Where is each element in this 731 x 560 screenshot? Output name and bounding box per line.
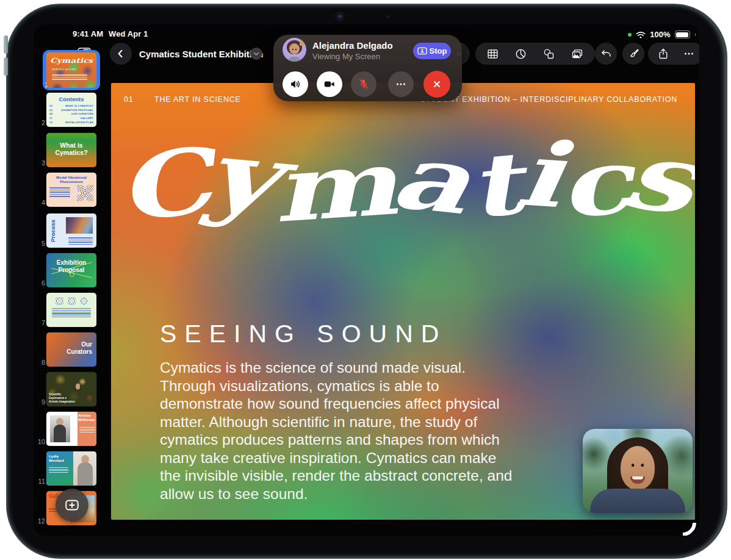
slide-thumbnail[interactable]: [46, 293, 96, 327]
slide-thumbnail-7[interactable]: 7: [43, 293, 100, 327]
insert-chart-button[interactable]: [514, 48, 527, 60]
stop-sharing-button[interactable]: Stop: [413, 43, 451, 59]
slide-number: 4: [36, 199, 45, 206]
cymatic-pattern: [77, 185, 93, 201]
battery-icon: [675, 31, 690, 38]
wifi-icon: [636, 31, 646, 38]
mic-muted-icon: [357, 77, 370, 91]
camera-active-indicator: [628, 33, 632, 37]
slide-number: 8: [36, 359, 45, 366]
slide-number: 11: [36, 478, 45, 485]
chevron-down-icon: [253, 50, 260, 57]
speaker-button[interactable]: [283, 71, 308, 97]
thumbnail-photo: [66, 217, 93, 234]
slide-number: 2: [36, 119, 45, 126]
participant-name: Alejandra Delgado: [312, 40, 393, 51]
more-button[interactable]: [683, 48, 695, 60]
camera-sensor-dot: [387, 15, 390, 18]
slide-thumbnail[interactable]: Contents 03WHAT IS CYMATICS? 06EXHIBITIO…: [46, 93, 96, 127]
slide-number: 7: [36, 319, 45, 326]
add-slide-button[interactable]: [56, 489, 88, 522]
slide-number: 6: [36, 279, 45, 287]
facetime-overlay[interactable]: Alejandra Delgado Viewing My Screen Stop: [273, 35, 462, 101]
slide-heading: SEEING SOUND: [160, 320, 447, 348]
slide-thumbnail-10[interactable]: 10 Ainsley McKinney: [43, 412, 100, 446]
slide-thumbnail-2[interactable]: 2 Contents 03WHAT IS CYMATICS? 06EXHIBIT…: [43, 93, 100, 127]
screen-share-icon: [417, 47, 427, 55]
insert-media-button[interactable]: [571, 48, 584, 60]
facetime-pip-video[interactable]: [583, 429, 693, 513]
slide-number: 12: [36, 517, 45, 525]
cymatic-pattern: [56, 297, 63, 305]
ipad-screen: 9:41 AMWed Apr 1 100% Cymatics Student E…: [34, 24, 699, 536]
table-icon: [486, 48, 499, 60]
slide-thumbnail[interactable]: Process: [46, 214, 96, 248]
chevron-left-icon: [115, 48, 126, 60]
share-icon: [657, 47, 669, 60]
share-toolbar: [648, 43, 699, 65]
slide-number: 9: [36, 398, 45, 406]
end-call-button[interactable]: [423, 71, 450, 98]
volume-down-button[interactable]: [4, 57, 8, 76]
slide-thumbnail-5[interactable]: 5 Process: [43, 214, 100, 248]
ellipsis-icon: [394, 77, 408, 91]
slide-title-cymatics: Cymatics: [111, 110, 695, 251]
battery-percent: 100%: [650, 30, 670, 39]
speaker-icon: [289, 77, 302, 91]
media-photos-icon: [571, 48, 584, 60]
slide-thumbnail[interactable]: Ainsley McKinney: [46, 412, 96, 446]
slide-thumbnail[interactable]: Lydia Woolard: [46, 451, 96, 486]
undo-button[interactable]: [595, 43, 617, 65]
format-button[interactable]: [622, 43, 644, 65]
slide-header-left: THE ART IN SCIENCE: [154, 95, 241, 104]
curator-photo: [50, 415, 70, 442]
status-time: 9:41 AM: [73, 29, 103, 38]
slide-thumbnail[interactable]: Cymatics SEEING SOUND: [46, 52, 96, 88]
slide-thumbnail-6[interactable]: 6 Exhibition Proposal: [43, 253, 100, 287]
title-menu-button[interactable]: [250, 48, 262, 60]
slide-thumbnail-4[interactable]: 4 Modal Vibrational Phenomenon: [43, 173, 100, 207]
slide-thumbnail-1[interactable]: 1 Cymatics SEEING SOUND: [43, 50, 100, 90]
share-button[interactable]: [657, 47, 669, 60]
back-button[interactable]: [110, 43, 132, 65]
ellipsis-icon: [683, 48, 695, 60]
cymatic-pattern: [68, 297, 76, 305]
undo-icon: [600, 48, 613, 60]
mic-muted-button[interactable]: [351, 71, 376, 97]
slide-thumbnail[interactable]: Our Curators: [46, 332, 96, 367]
status-date: Wed Apr 1: [109, 29, 148, 38]
slide-number: 10: [36, 438, 45, 445]
curator-photo: [73, 451, 96, 486]
slide-header-right: STUDENT EXHIBITION – INTERDISCIPLINARY C…: [420, 95, 677, 104]
slide-number: 3: [36, 159, 45, 167]
front-camera: [335, 12, 345, 21]
slide-thumbnail[interactable]: Scientific Exploration x Artistic Imagin…: [46, 372, 96, 406]
screen-share-status: Viewing My Screen: [312, 52, 380, 61]
close-x-icon: [431, 78, 443, 90]
video-camera-icon: [323, 77, 336, 91]
slide-thumbnail-3[interactable]: 3 What is Cymatics?: [43, 133, 100, 167]
insert-toolbar: [475, 43, 595, 65]
more-controls-button[interactable]: [388, 71, 414, 97]
shapes-icon: [542, 48, 555, 60]
pie-chart-icon: [514, 48, 527, 60]
battery-tip: [695, 34, 696, 36]
slide-thumbnail[interactable]: Modal Vibrational Phenomenon: [46, 173, 96, 207]
video-button[interactable]: [317, 71, 342, 97]
slide-page-number: 01: [124, 95, 134, 104]
status-bar-right: 100%: [628, 30, 696, 39]
slide-thumbnail-9[interactable]: 9 Scientific Exploration x Artistic Imag…: [43, 372, 100, 406]
slide-thumbnail[interactable]: Exhibition Proposal: [46, 253, 96, 287]
status-bar-left: 9:41 AMWed Apr 1: [73, 29, 148, 38]
slide-body-text: Cymatics is the science of sound made vi…: [160, 359, 521, 503]
slide-thumbnail[interactable]: What is Cymatics?: [46, 133, 96, 167]
slide-thumbnail-8[interactable]: 8 Our Curators: [43, 332, 100, 367]
participant-avatar: [283, 38, 306, 62]
document-title[interactable]: Cymatics Student Exhibition: [139, 43, 263, 65]
volume-up-button[interactable]: [4, 35, 8, 54]
slide-thumbnail-11[interactable]: 11 Lydia Woolard: [43, 451, 100, 486]
insert-shape-button[interactable]: [542, 48, 555, 60]
plus-slide-icon: [63, 497, 81, 513]
insert-table-button[interactable]: [486, 48, 499, 60]
slide-number: 5: [36, 240, 45, 247]
